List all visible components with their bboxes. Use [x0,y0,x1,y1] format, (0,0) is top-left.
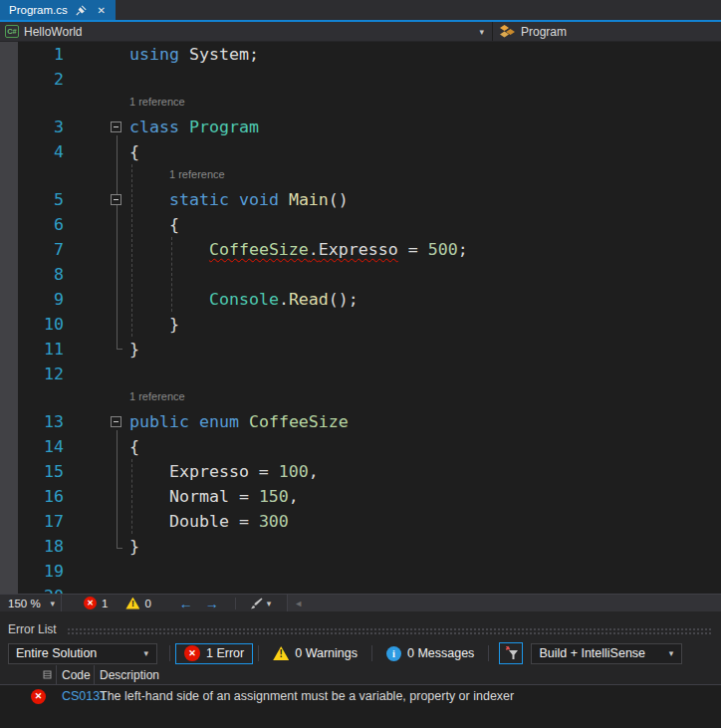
code-column-label: Code [62,668,91,682]
toolbar-separator [235,598,236,609]
code-line[interactable]: 7 CoffeeSize.Expresso = 500; [0,237,721,262]
code-text[interactable]: { [129,139,139,164]
fold-margin [78,187,129,212]
fold-toggle[interactable] [111,194,121,205]
line-number: 6 [0,212,78,237]
code-editor[interactable]: 1using System;21 reference3class Program… [0,42,721,594]
fold-toggle[interactable] [111,121,121,132]
severity-column-header[interactable] [20,665,57,684]
fold-toggle[interactable] [111,416,121,427]
code-text[interactable]: } [129,534,139,559]
code-text[interactable]: Double = 300 [129,509,289,534]
fold-margin [78,262,129,287]
line-number: 7 [0,237,78,262]
code-text[interactable]: CoffeeSize.Expresso = 500; [129,237,468,262]
error-list-panel: Error List Entire Solution ▾ ✕ 1 Error !… [0,611,721,728]
warning-indicator-icon[interactable]: ! [125,598,139,609]
scope-dropdown[interactable]: Entire Solution ▾ [8,643,157,664]
code-line[interactable]: 11} [0,337,721,362]
code-text[interactable]: using System; [129,42,259,67]
code-line[interactable]: 10 } [0,312,721,337]
code-cleanup-button[interactable]: ▾ [246,598,276,609]
code-line[interactable]: 2 [0,67,721,92]
code-line[interactable]: 3class Program [0,115,721,139]
chevron-down-icon[interactable]: ▾ [143,648,148,658]
warnings-toggle-button[interactable]: ! 0 Warnings [264,643,366,664]
errors-toggle-button[interactable]: ✕ 1 Error [175,643,253,664]
error-list-title-bar[interactable]: Error List [0,611,721,641]
type-dropdown[interactable]: Program [493,22,721,41]
tab-program-cs[interactable]: Program.cs ✕ [0,0,116,20]
code-line[interactable]: 16 Normal = 150, [0,484,721,509]
navigate-forward-button[interactable]: → [199,597,225,610]
zoom-dropdown[interactable]: 150 % ▾ [0,595,62,611]
chevron-down-icon[interactable]: ▾ [50,599,55,608]
code-line[interactable]: 15 Expresso = 100, [0,459,721,484]
code-text[interactable]: { [129,434,139,459]
code-line[interactable]: 19 [0,559,721,584]
code-text[interactable]: { [129,212,179,237]
warnings-toggle-label: 0 Warnings [295,646,358,660]
code-line[interactable]: 18} [0,534,721,559]
error-indicator-icon[interactable]: ✕ [84,597,97,609]
horizontal-scrollbar[interactable]: ◄ [287,595,721,611]
chevron-down-icon[interactable]: ▾ [267,599,272,608]
tab-bar: Program.cs ✕ [0,0,721,20]
warning-indicator-count[interactable]: 0 [144,598,150,609]
code-line[interactable]: 4{ [0,139,721,164]
codelens-references[interactable]: 1 reference [0,386,721,409]
code-line[interactable]: 14{ [0,434,721,459]
scrollbar-left-arrow-icon[interactable]: ◄ [288,599,303,608]
code-line[interactable]: 6 { [0,212,721,237]
code-text[interactable]: public enum CoffeeSize [129,409,349,434]
project-dropdown[interactable]: C# HelloWorld ▾ [0,22,493,41]
csharp-project-icon: C# [5,25,19,38]
code-text[interactable]: } [129,312,179,337]
severity-column-icon [43,670,52,679]
code-line[interactable]: 13public enum CoffeeSize [0,409,721,434]
fold-margin [78,337,129,362]
messages-toggle-button[interactable]: i 0 Messages [377,643,483,664]
description-column-header[interactable]: Description [95,665,721,684]
error-table-row[interactable]: ✕ CS0131 The left-hand side of an assign… [0,685,721,707]
fold-margin [78,67,129,92]
zoom-level: 150 % [8,598,41,609]
code-line[interactable]: 12 [0,362,721,386]
code-text[interactable]: Console.Read(); [129,287,359,312]
fold-margin [78,459,129,484]
code-line[interactable]: 20 [0,584,721,594]
info-icon: i [386,646,401,661]
code-text[interactable]: Normal = 150, [129,484,299,509]
code-line[interactable]: 9 Console.Read(); [0,287,721,312]
code-line[interactable]: 8 [0,262,721,287]
source-dropdown[interactable]: Build + IntelliSense ▾ [531,643,682,664]
codelens-references[interactable]: 1 reference [0,92,721,115]
toolbar-separator [488,645,489,661]
code-line[interactable]: 1using System; [0,42,721,67]
error-indicator-count[interactable]: 1 [102,598,108,609]
code-line[interactable]: 5 static void Main() [0,187,721,212]
code-text[interactable]: class Program [129,115,259,139]
fold-margin [78,509,129,534]
description-column-label: Description [100,668,159,682]
code-text[interactable]: static void Main() [129,187,349,212]
chevron-down-icon[interactable]: ▾ [669,648,674,658]
code-column-header[interactable]: Code [57,665,95,684]
codelens-references[interactable]: 1 reference [0,164,721,187]
fold-margin [78,362,129,386]
navigate-back-button[interactable]: ← [173,597,199,610]
code-text[interactable]: } [129,337,139,362]
pin-icon[interactable] [76,3,88,17]
error-table-header: Code Description [0,665,721,685]
tab-title: Program.cs [9,4,68,16]
filter-button[interactable] [499,642,523,664]
fold-margin [78,212,129,237]
code-line[interactable]: 17 Double = 300 [0,509,721,534]
fold-margin [78,409,129,434]
code-text[interactable]: Expresso = 100, [129,459,319,484]
close-icon[interactable]: ✕ [96,3,108,17]
error-squiggle: CoffeeSize.Expresso [209,240,398,259]
chevron-down-icon[interactable]: ▾ [479,27,484,37]
toolbar-separator [371,645,372,661]
row-code-cell[interactable]: CS0131 [57,689,95,703]
